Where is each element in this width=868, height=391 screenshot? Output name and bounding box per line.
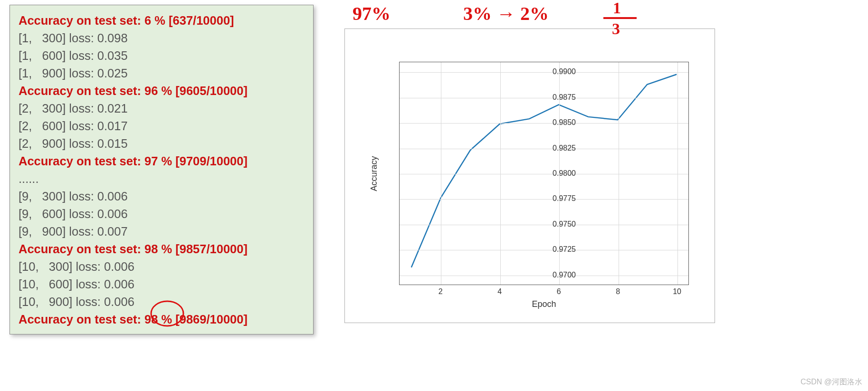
- loss-line: [10, 300] loss: 0.006: [19, 258, 305, 276]
- grid-line-horizontal: [400, 225, 688, 225]
- watermark: CSDN @河图洛水: [801, 377, 862, 387]
- chart-ylabel: Accuracy: [356, 62, 391, 285]
- y-tick-label: 0.9725: [553, 245, 576, 254]
- accuracy-line: Accuracy on test set: 97 % [9709/10000]: [19, 153, 305, 170]
- x-tick-label: 8: [616, 287, 620, 296]
- loss-line: [2, 900] loss: 0.015: [19, 135, 305, 153]
- accuracy-line: Accuracy on test set: 6 % [637/10000]: [19, 12, 305, 29]
- accuracy-chart-plot: [399, 62, 689, 285]
- loss-line: ......: [19, 170, 305, 188]
- y-tick-label: 0.9875: [553, 93, 576, 102]
- y-tick-label: 0.9775: [553, 194, 576, 203]
- svg-text:1: 1: [613, 0, 621, 17]
- training-log-console: Accuracy on test set: 6 % [637/10000][1,…: [10, 5, 314, 334]
- grid-line-vertical: [619, 62, 619, 285]
- handwriting-97-percent: 97%: [353, 0, 414, 29]
- grid-line-horizontal: [400, 149, 688, 149]
- y-tick-label: 0.9825: [553, 144, 576, 153]
- grid-line-horizontal: [400, 250, 688, 250]
- loss-line: [1, 900] loss: 0.025: [19, 65, 305, 82]
- loss-line: [9, 600] loss: 0.006: [19, 205, 305, 223]
- grid-line-horizontal: [400, 174, 688, 174]
- loss-line: [2, 600] loss: 0.017: [19, 117, 305, 135]
- x-tick-label: 4: [497, 287, 502, 296]
- grid-line-horizontal: [400, 123, 688, 124]
- handwriting-3-to-2-percent: 3% → 2%: [463, 0, 587, 29]
- loss-line: [10, 600] loss: 0.006: [19, 276, 305, 293]
- grid-line-vertical: [500, 62, 501, 285]
- accuracy-line: Accuracy on test set: 98 % [9869/10000]: [19, 311, 305, 328]
- grid-line-horizontal: [400, 199, 688, 200]
- grid-line-vertical: [441, 62, 441, 285]
- grid-line-horizontal: [400, 72, 688, 73]
- loss-line: [1, 300] loss: 0.098: [19, 29, 305, 47]
- y-tick-label: 0.9800: [553, 169, 576, 178]
- svg-text:97%: 97%: [353, 3, 391, 24]
- chart-xlabel: Epoch: [399, 299, 689, 309]
- grid-line-vertical: [677, 62, 678, 285]
- loss-line: [2, 300] loss: 0.021: [19, 100, 305, 117]
- loss-line: [9, 300] loss: 0.006: [19, 188, 305, 205]
- x-tick-label: 2: [439, 287, 443, 296]
- loss-line: [1, 600] loss: 0.035: [19, 47, 305, 65]
- x-tick-label: 10: [673, 287, 681, 296]
- loss-line: [10, 900] loss: 0.006: [19, 293, 305, 311]
- svg-text:3% → 2%: 3% → 2%: [463, 3, 549, 24]
- y-tick-label: 0.9750: [553, 220, 576, 229]
- grid-line-horizontal: [400, 276, 688, 276]
- y-tick-label: 0.9850: [553, 118, 576, 127]
- y-tick-label: 0.9700: [553, 271, 576, 279]
- y-tick-label: 0.9900: [553, 67, 576, 76]
- loss-line: [9, 900] loss: 0.007: [19, 223, 305, 240]
- accuracy-line: Accuracy on test set: 96 % [9605/10000]: [19, 82, 305, 100]
- x-tick-label: 6: [557, 287, 561, 296]
- grid-line-horizontal: [400, 98, 688, 98]
- accuracy-line: Accuracy on test set: 98 % [9857/10000]: [19, 240, 305, 258]
- accuracy-line-series: [400, 62, 688, 285]
